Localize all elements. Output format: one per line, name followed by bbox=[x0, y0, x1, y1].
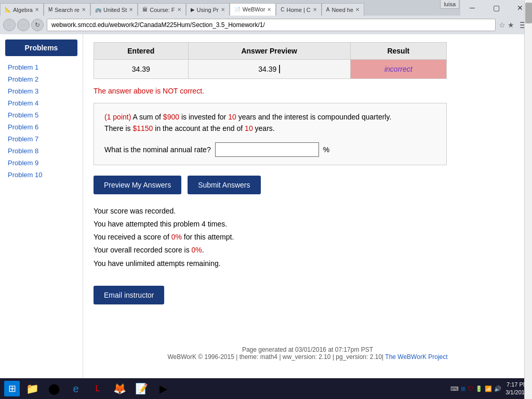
refresh-button[interactable]: ↻ bbox=[31, 19, 44, 31]
volume-icon: 🔊 bbox=[494, 385, 501, 392]
antivirus-icon: 🛡 bbox=[468, 385, 473, 392]
not-correct-message: The answer above is NOT correct. bbox=[94, 87, 522, 95]
score-line2: You have attempted this problem 4 times. bbox=[94, 218, 522, 231]
entered-value: 34.39 bbox=[94, 60, 189, 79]
main-area: Entered Answer Preview Result 34.39 34.3… bbox=[83, 34, 532, 378]
tab-home[interactable]: CHome | C✕ bbox=[276, 3, 322, 16]
sidebar-item-problem-9[interactable]: Problem 9 bbox=[0, 157, 83, 169]
taskbar-right: ⌨ ⊞ 🛡 🔋 📶 🔊 7:17 PM 3/1/2016 bbox=[450, 381, 528, 397]
submit-button[interactable]: Submit Answers bbox=[188, 176, 260, 194]
address-icons: ☆ ★ bbox=[499, 21, 514, 29]
cursor-indicator bbox=[277, 65, 280, 73]
line2-end: years. bbox=[255, 124, 275, 132]
preview-value: 34.39 bbox=[188, 60, 350, 79]
col-header-entered: Entered bbox=[94, 43, 189, 60]
years1: 10 bbox=[228, 113, 236, 121]
taskbar: ⊞ 📁 ⬤ e L 🦊 📝 ▶ ⌨ ⊞ 🛡 🔋 📶 🔊 7:17 PM 3/1/… bbox=[0, 378, 532, 399]
email-instructor-button[interactable]: Email instructor bbox=[94, 286, 164, 304]
maximize-button[interactable]: ▢ bbox=[484, 0, 508, 16]
address-input[interactable] bbox=[47, 19, 496, 31]
sidebar-header: Problems bbox=[5, 39, 77, 56]
page-content: Problems Problem 1Problem 2Problem 3Prob… bbox=[0, 34, 532, 378]
amount2: $1150 bbox=[132, 124, 153, 132]
star-icon[interactable]: ☆ bbox=[499, 21, 506, 29]
score-line1: Your score was recorded. bbox=[94, 205, 522, 218]
sidebar-item-problem-4[interactable]: Problem 4 bbox=[0, 97, 83, 109]
sidebar-item-problem-5[interactable]: Problem 5 bbox=[0, 109, 83, 121]
windows-icon: ⊞ bbox=[461, 385, 466, 392]
page-footer: Page generated at 03/01/2016 at 07:17pm … bbox=[94, 341, 522, 361]
line2-mid: in the account at the end of bbox=[155, 124, 243, 132]
amount1: $900 bbox=[163, 113, 179, 121]
sidebar-item-problem-1[interactable]: Problem 1 bbox=[0, 61, 83, 73]
sidebar-item-problem-7[interactable]: Problem 7 bbox=[0, 133, 83, 145]
tab-united[interactable]: 🚌United St✕ bbox=[90, 3, 138, 16]
answer-table: Entered Answer Preview Result 34.39 34.3… bbox=[94, 42, 447, 79]
sidebar-item-problem-3[interactable]: Problem 3 bbox=[0, 85, 83, 97]
taskbar-word[interactable]: 📝 bbox=[132, 380, 151, 397]
taskbar-ie[interactable]: e bbox=[66, 380, 85, 397]
taskbar-chrome[interactable]: ⬤ bbox=[45, 380, 63, 397]
text-mid2: years and the interest is compounded qua… bbox=[238, 113, 392, 121]
taskbar-lenovo[interactable]: L bbox=[88, 380, 107, 397]
sidebar-item-problem-10[interactable]: Problem 10 bbox=[0, 169, 83, 181]
taskbar-media[interactable]: ▶ bbox=[154, 380, 172, 397]
keyboard-icon: ⌨ bbox=[450, 385, 459, 392]
footer-text: WeBWorK © 1996-2015 | theme: math4 | ww_… bbox=[167, 353, 383, 361]
percent-label: % bbox=[323, 145, 329, 154]
problem-text: (1 point) A sum of $900 is invested for … bbox=[104, 111, 436, 135]
score-line4: Your overall recorded score is 0%. bbox=[94, 244, 522, 257]
tab-search[interactable]: MSearch re✕ bbox=[44, 3, 90, 16]
text-before: A sum of bbox=[132, 113, 161, 121]
battery-icon: 🔋 bbox=[475, 385, 483, 392]
taskbar-firefox[interactable]: 🦊 bbox=[110, 380, 129, 397]
tab-webwork[interactable]: 📄WeBWor✕ bbox=[230, 3, 276, 16]
taskbar-system-icons: ⌨ ⊞ 🛡 🔋 📶 🔊 bbox=[450, 385, 501, 392]
score-line3: You received a score of 0% for this atte… bbox=[94, 231, 522, 244]
score-info: Your score was recorded. You have attemp… bbox=[94, 205, 522, 270]
footer-line2: WeBWorK © 1996-2015 | theme: math4 | ww_… bbox=[94, 353, 522, 361]
preview-button[interactable]: Preview My Answers bbox=[94, 176, 181, 194]
years2: 10 bbox=[245, 124, 253, 132]
nav-buttons: ← → ↻ bbox=[3, 19, 44, 31]
footer-line1: Page generated at 03/01/2016 at 07:17pm … bbox=[94, 346, 522, 353]
back-button[interactable]: ← bbox=[3, 19, 16, 31]
text-mid1: is invested for bbox=[181, 113, 226, 121]
sidebar: Problems Problem 1Problem 2Problem 3Prob… bbox=[0, 34, 83, 378]
minimize-button[interactable]: ─ bbox=[460, 0, 484, 16]
buttons-row: Preview My Answers Submit Answers bbox=[94, 176, 522, 194]
answer-row-input: What is the nominal annual rate? % bbox=[104, 142, 436, 157]
preview-text: 34.39 bbox=[258, 65, 276, 73]
scrollbar[interactable] bbox=[524, 34, 532, 378]
question-label: What is the nominal annual rate? bbox=[104, 145, 211, 154]
bookmark-icon[interactable]: ★ bbox=[508, 21, 514, 29]
tab-need[interactable]: ANeed he✕ bbox=[322, 3, 364, 16]
browser-window: 📐Algebra✕MSearch re✕🚌United St✕🏛Course: … bbox=[0, 0, 532, 399]
signal-icon: 📶 bbox=[485, 385, 492, 392]
forward-button[interactable]: → bbox=[17, 19, 30, 31]
sidebar-item-problem-2[interactable]: Problem 2 bbox=[0, 73, 83, 85]
tab-bar: 📐Algebra✕MSearch re✕🚌United St✕🏛Course: … bbox=[0, 0, 532, 16]
result-value: incorrect bbox=[350, 60, 446, 79]
taskbar-explorer[interactable]: 📁 bbox=[23, 380, 42, 397]
tab-using[interactable]: ▶Using Pr✕ bbox=[186, 3, 230, 16]
sidebar-item-problem-6[interactable]: Problem 6 bbox=[0, 121, 83, 133]
problem-box: (1 point) A sum of $900 is invested for … bbox=[94, 103, 447, 165]
score-line5: You have unlimited attempts remaining. bbox=[94, 257, 522, 270]
tab-course[interactable]: 🏛Course: F✕ bbox=[138, 3, 185, 16]
webwork-project-link[interactable]: The WeBWorK Project bbox=[385, 353, 447, 361]
answer-input[interactable] bbox=[215, 142, 319, 157]
tab-algebra[interactable]: 📐Algebra✕ bbox=[0, 3, 44, 16]
answer-row: 34.39 34.39 incorrect bbox=[94, 60, 447, 79]
col-header-result: Result bbox=[350, 43, 446, 60]
points-label: (1 point) bbox=[104, 113, 131, 121]
sidebar-item-problem-8[interactable]: Problem 8 bbox=[0, 145, 83, 157]
address-bar-row: ← → ↻ ☆ ★ ☰ bbox=[0, 16, 532, 34]
taskbar-left: ⊞ 📁 ⬤ e L 🦊 📝 ▶ bbox=[4, 380, 172, 397]
col-header-preview: Answer Preview bbox=[188, 43, 350, 60]
line2-before: There is bbox=[104, 124, 131, 132]
start-button[interactable]: ⊞ bbox=[4, 381, 20, 396]
user-tag: luisa bbox=[440, 0, 459, 9]
